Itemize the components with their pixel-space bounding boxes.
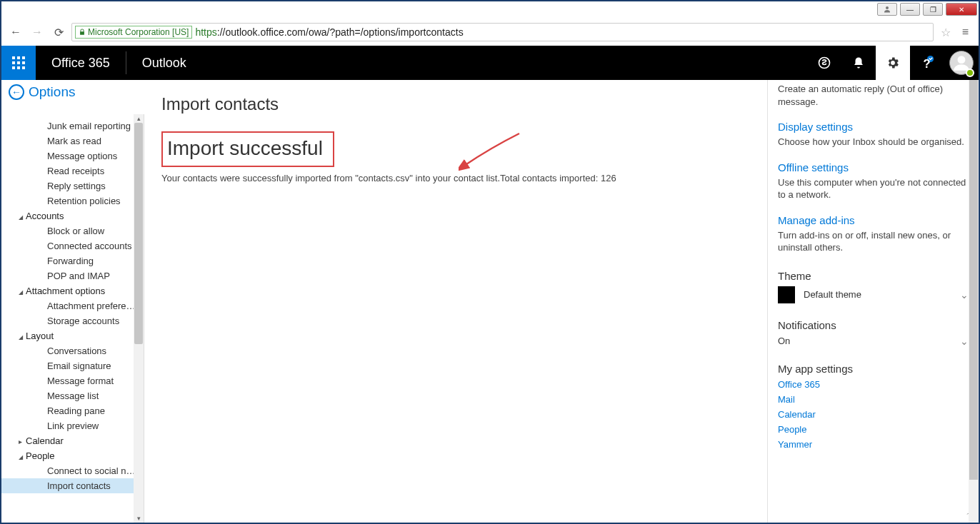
nav-item-import-contacts[interactable]: Import contacts	[1, 478, 144, 493]
manage-addins-link[interactable]: Manage add-ins	[778, 214, 969, 226]
svg-rect-6	[22, 61, 25, 64]
window-minimize[interactable]: —	[900, 3, 920, 16]
notifications-selector[interactable]: On ⌄	[778, 336, 969, 347]
svg-rect-1	[12, 56, 15, 59]
address-bar[interactable]: Microsoft Corporation [US] https://outlo…	[71, 23, 934, 41]
svg-rect-7	[12, 66, 15, 69]
ssl-badge: Microsoft Corporation [US]	[75, 26, 192, 39]
svg-point-0	[886, 6, 889, 9]
import-result-description: Your contacts were successfully imported…	[161, 173, 750, 183]
ssl-badge-text: Microsoft Corporation [US]	[88, 27, 189, 37]
scrollbar-thumb[interactable]	[969, 80, 978, 480]
notifications-label: Notifications	[778, 319, 969, 331]
svg-rect-9	[22, 66, 25, 69]
nav-item-pop-and-imap[interactable]: POP and IMAP	[1, 268, 144, 283]
nav-item-layout[interactable]: Layout	[1, 328, 144, 343]
offline-settings-desc: Use this computer when you're not connec…	[778, 176, 969, 201]
window-maximize[interactable]: ❐	[923, 3, 943, 16]
skype-icon[interactable]	[807, 46, 841, 80]
nav-reload-button[interactable]: ⟳	[50, 24, 67, 41]
svg-rect-8	[17, 66, 20, 69]
nav-item-attachment-preference[interactable]: Attachment preference	[1, 298, 144, 313]
nav-item-message-options[interactable]: Message options	[1, 148, 144, 163]
window-chrome: — ❐ ✕	[876, 1, 979, 17]
notifications-bell-icon[interactable]	[841, 46, 876, 80]
manage-addins-desc: Turn add-ins on or off, install new ones…	[778, 229, 969, 254]
nav-item-reply-settings[interactable]: Reply settings	[1, 178, 144, 193]
nav-item-email-signature[interactable]: Email signature	[1, 358, 144, 373]
nav-item-junk-email-reporting[interactable]: Junk email reporting	[1, 119, 144, 133]
nav-item-attachment-options[interactable]: Attachment options	[1, 283, 144, 298]
scrollbar-down-icon[interactable]: ▾	[134, 514, 144, 523]
svg-rect-3	[22, 56, 25, 59]
import-result-highlight: Import successful	[161, 131, 334, 167]
url-text: https://outlook.office.com/owa/?path=/op…	[195, 26, 463, 38]
theme-swatch-icon	[778, 286, 795, 303]
app-link-office-365[interactable]: Office 365	[778, 379, 969, 390]
app-link-mail[interactable]: Mail	[778, 394, 969, 405]
nav-item-connect-to-social-networ[interactable]: Connect to social networ	[1, 463, 144, 478]
presence-indicator	[966, 69, 974, 77]
nav-item-retention-policies[interactable]: Retention policies	[1, 193, 144, 208]
app-link-calendar[interactable]: Calendar	[778, 409, 969, 420]
nav-item-forwarding[interactable]: Forwarding	[1, 253, 144, 268]
app-link-yammer[interactable]: Yammer	[778, 439, 969, 450]
theme-selector[interactable]: Default theme ⌄	[778, 286, 969, 303]
user-avatar[interactable]	[944, 46, 979, 80]
nav-item-read-receipts[interactable]: Read receipts	[1, 163, 144, 178]
nav-item-storage-accounts[interactable]: Storage accounts	[1, 313, 144, 328]
nav-item-calendar[interactable]: Calendar	[1, 433, 144, 448]
brand-label[interactable]: Office 365	[36, 46, 126, 80]
nav-forward-button[interactable]: →	[29, 24, 46, 41]
display-settings-desc: Choose how your Inbox should be organise…	[778, 136, 969, 148]
import-result-heading: Import successful	[167, 137, 323, 160]
browser-toolbar: ← → ⟳ Microsoft Corporation [US] https:/…	[1, 19, 979, 46]
nav-item-mark-as-read[interactable]: Mark as read	[1, 133, 144, 148]
nav-item-block-or-allow[interactable]: Block or allow	[1, 223, 144, 238]
nav-item-accounts[interactable]: Accounts	[1, 208, 144, 223]
svg-text:?: ?	[924, 57, 931, 70]
app-link-people[interactable]: People	[778, 424, 969, 435]
chevron-down-icon: ⌄	[960, 336, 969, 347]
theme-label: Theme	[778, 270, 969, 282]
theme-value: Default theme	[804, 289, 861, 300]
svg-rect-2	[17, 56, 20, 59]
help-icon[interactable]: ?	[910, 46, 944, 80]
svg-rect-4	[12, 61, 15, 64]
right-scrollbar[interactable]	[969, 80, 979, 523]
options-nav: Junk email reportingMark as readMessage …	[1, 114, 144, 523]
annotation-arrow-icon	[459, 130, 523, 173]
settings-pane: Create an automatic reply (Out of office…	[767, 80, 979, 523]
notifications-value: On	[778, 336, 790, 346]
browser-menu-icon[interactable]: ≡	[958, 26, 973, 39]
nav-item-reading-pane[interactable]: Reading pane	[1, 403, 144, 418]
scrollbar-up-icon[interactable]: ▴	[134, 114, 144, 123]
bookmark-star-icon[interactable]: ☆	[938, 26, 954, 39]
display-settings-link[interactable]: Display settings	[778, 121, 969, 133]
window-close[interactable]: ✕	[946, 3, 977, 16]
nav-item-conversations[interactable]: Conversations	[1, 343, 144, 358]
nav-item-message-format[interactable]: Message format	[1, 373, 144, 388]
nav-item-connected-accounts[interactable]: Connected accounts	[1, 238, 144, 253]
nav-item-people[interactable]: People	[1, 448, 144, 463]
app-launcher-icon[interactable]	[1, 46, 36, 80]
svg-point-13	[958, 56, 966, 64]
nav-back-button[interactable]: ←	[7, 24, 24, 41]
main-content: Import contacts Import successful Your c…	[144, 80, 767, 523]
window-user-button[interactable]	[877, 3, 897, 16]
offline-settings-link[interactable]: Offline settings	[778, 161, 969, 173]
automatic-replies-desc: Create an automatic reply (Out of office…	[778, 83, 969, 108]
my-app-settings-label: My app settings	[778, 363, 969, 375]
nav-item-message-list[interactable]: Message list	[1, 388, 144, 403]
app-top-bar: Office 365 Outlook ?	[1, 46, 979, 80]
nav-item-link-preview[interactable]: Link preview	[1, 418, 144, 433]
scrollbar-thumb[interactable]	[134, 123, 143, 344]
app-links: Office 365MailCalendarPeopleYammer	[778, 379, 969, 450]
svg-rect-5	[17, 61, 20, 64]
chevron-down-icon: ⌄	[960, 289, 969, 301]
left-scrollbar[interactable]: ▴ ▾	[134, 114, 144, 523]
app-label[interactable]: Outlook	[126, 46, 202, 80]
page-title: Import contacts	[161, 94, 750, 114]
settings-gear-icon[interactable]	[876, 46, 910, 80]
